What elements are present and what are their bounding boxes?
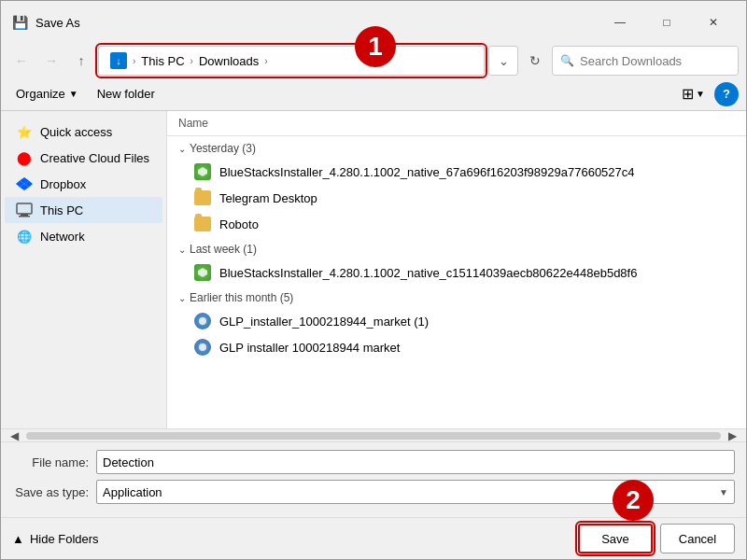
name-column-header: Name [178,117,208,130]
hide-folders-label: Hide Folders [30,532,99,546]
cancel-button[interactable]: Cancel [660,524,735,553]
sidebar-item-creative-cloud[interactable]: ⬤ Creative Cloud Files [5,145,162,171]
bottom-form: File name: Save as type: Application ▼ [1,441,746,517]
file-name: GLP_installer_1000218944_market (1) [219,315,429,329]
sidebar-item-this-pc[interactable]: This PC [5,197,162,223]
help-button[interactable]: ? [714,82,739,106]
bluestacks-icon-2 [193,263,212,282]
organize-button[interactable]: Organize ▼ [8,83,86,105]
view-dropdown-icon: ▼ [696,89,705,99]
refresh-button[interactable]: ↻ [522,48,548,74]
svg-rect-6 [19,216,30,217]
main-content: ⭐ Quick access ⬤ Creative Cloud Files Dr… [1,110,746,428]
address-bar: ← → ↑ ↓ › This PC › Downloads › ⌄ ↻ [1,42,746,79]
sidebar-item-network[interactable]: 🌐 Network [5,223,162,249]
download-folder-icon: ↓ [110,52,127,69]
dropbox-icon [16,175,33,192]
hide-folders-toggle[interactable]: ▲ Hide Folders [12,532,99,546]
list-item[interactable]: GLP_installer_1000218944_market (1) [167,308,746,334]
view-icon: ⊞ [682,85,694,103]
quick-access-label: Quick access [40,125,112,139]
scroll-thumb[interactable] [26,432,721,440]
bottom-actions: ▲ Hide Folders Save Cancel [1,517,746,559]
title-bar: 💾 Save As — □ ✕ [1,1,746,42]
group-last-week[interactable]: ⌄ Last week (1) [167,239,746,259]
creative-cloud-label: Creative Cloud Files [40,151,149,165]
sidebar-item-dropbox[interactable]: Dropbox [5,171,162,197]
new-folder-button[interactable]: New folder [90,83,162,105]
action-buttons: Save Cancel [578,524,735,553]
svg-marker-8 [198,268,207,277]
close-button[interactable]: ✕ [692,8,735,36]
organize-label: Organize [16,87,65,101]
list-item[interactable]: Roboto [167,211,746,237]
list-item[interactable]: GLP installer 1000218944 market [167,334,746,360]
title-bar-left: 💾 Save As [12,15,80,30]
search-input[interactable] [580,54,730,68]
group-earlier-label: Earlier this month (5) [190,291,293,304]
breadcrumb-downloads[interactable]: Downloads [195,52,262,70]
breadcrumb-download-icon[interactable]: ↓ [106,50,131,71]
window-title: Save As [35,16,80,30]
svg-marker-7 [198,167,207,176]
group-yesterday-label: Yesterday (3) [190,142,256,155]
quick-access-icon: ⭐ [16,123,33,140]
network-label: Network [40,230,85,244]
file-name-label: File name: [12,455,96,469]
group-yesterday[interactable]: ⌄ Yesterday (3) [167,138,746,159]
network-icon: 🌐 [16,228,33,245]
back-button[interactable]: ← [8,48,35,74]
save-as-dialog: 💾 Save As — □ ✕ ← → ↑ ↓ › This PC [0,0,747,560]
file-name: GLP installer 1000218944 market [219,341,400,355]
file-area: Name ⌄ Yesterday (3) BlueStacksInstaller… [167,111,746,428]
svg-rect-4 [17,203,32,214]
hide-folders-chevron-icon: ▲ [12,532,24,546]
glp-icon-2 [193,338,212,357]
folder-icon-roboto [193,215,212,233]
svg-rect-5 [21,214,28,216]
this-pc-label: This PC [141,54,184,68]
maximize-button[interactable]: □ [645,8,688,36]
organize-dropdown-icon: ▼ [69,89,78,99]
group-last-week-label: Last week (1) [190,243,257,256]
toolbar: Organize ▼ New folder ⊞ ▼ ? [1,79,746,110]
file-name: Roboto [219,217,259,231]
creative-cloud-icon: ⬤ [16,149,33,166]
list-item[interactable]: BlueStacksInstaller_4.280.1.1002_native_… [167,159,746,185]
list-item[interactable]: BlueStacksInstaller_4.280.1.1002_native_… [167,259,746,286]
bluestacks-icon-1 [193,162,212,181]
this-pc-icon [16,202,33,218]
up-button[interactable]: ↑ [68,48,94,74]
svg-point-9 [199,317,206,325]
save-type-value: Application [103,485,162,499]
file-name: Telegram Desktop [219,191,317,205]
address-dropdown-button[interactable]: ⌄ [488,46,518,76]
window-icon: 💾 [12,15,28,30]
title-bar-controls: — □ ✕ [599,8,735,36]
sidebar-item-quick-access[interactable]: ⭐ Quick access [5,119,162,145]
this-pc-sidebar-label: This PC [40,203,83,217]
minimize-button[interactable]: — [599,8,641,36]
dropbox-label: Dropbox [40,177,86,191]
file-name: BlueStacksInstaller_4.280.1.1002_native_… [219,165,635,179]
list-item[interactable]: Telegram Desktop [167,185,746,211]
search-box[interactable]: 🔍 [552,46,739,76]
save-type-dropdown-icon: ▼ [719,487,728,497]
svg-point-10 [199,343,206,351]
horizontal-scrollbar[interactable]: ◀ ▶ [1,428,746,441]
forward-button[interactable]: → [38,48,64,74]
file-list-header: Name [167,111,746,136]
save-type-dropdown[interactable]: Application ▼ [96,480,735,504]
sidebar: ⭐ Quick access ⬤ Creative Cloud Files Dr… [1,111,167,428]
group-earlier[interactable]: ⌄ Earlier this month (5) [167,287,746,308]
breadcrumb-bar[interactable]: ↓ › This PC › Downloads › [98,46,485,76]
file-name-row: File name: [12,450,735,474]
downloads-label: Downloads [199,54,259,68]
save-button[interactable]: Save [578,524,653,553]
glp-icon-1 [193,312,212,330]
breadcrumb-this-pc[interactable]: This PC [137,52,188,70]
view-button[interactable]: ⊞ ▼ [676,81,711,106]
file-name-input[interactable] [96,450,735,474]
chevron-down-icon: ⌄ [178,293,186,303]
search-icon: 🔍 [560,54,574,67]
